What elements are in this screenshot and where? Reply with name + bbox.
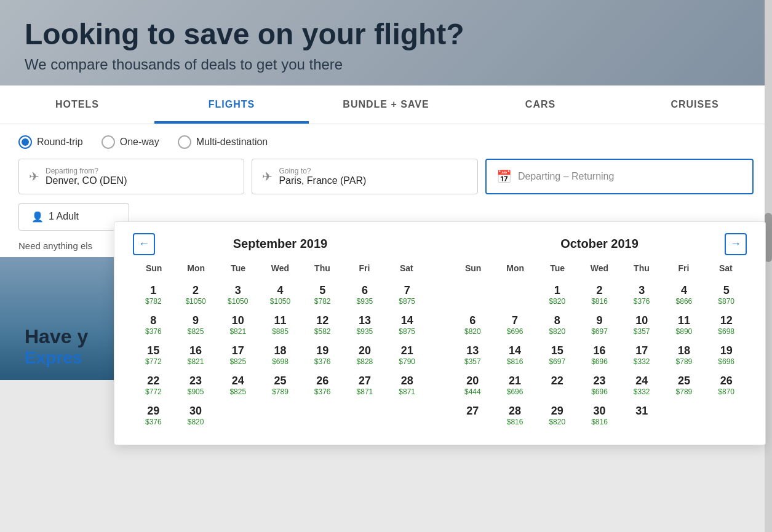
date-input[interactable]: 📅 Departing – Returning — [485, 159, 754, 194]
day-cell[interactable]: 16$696 — [579, 341, 620, 370]
tab-hotels[interactable]: HOTELS — [0, 85, 154, 124]
day-cell[interactable]: 7$696 — [495, 311, 536, 339]
day-cell[interactable]: 7$875 — [386, 280, 428, 309]
day-cell[interactable]: 19$696 — [706, 341, 747, 370]
day-cell[interactable]: 16$821 — [175, 341, 217, 370]
day-cell[interactable]: 9$825 — [175, 311, 217, 339]
day-cell[interactable]: 15$697 — [536, 341, 578, 370]
day-number: 13 — [453, 344, 492, 357]
october-days-grid: 1$8202$8163$3764$8665$8706$8207$6968$820… — [452, 280, 747, 430]
day-cell[interactable]: 27 — [452, 401, 493, 430]
day-cell[interactable]: 1$782 — [133, 280, 174, 309]
day-cell[interactable]: 1$820 — [536, 280, 578, 309]
day-cell[interactable]: 4$1050 — [260, 280, 301, 309]
day-cell[interactable]: 20$828 — [344, 341, 386, 370]
round-trip-option[interactable]: Round-trip — [18, 135, 83, 149]
departing-input[interactable]: ✈ Departing from? Denver, CO (DEN) — [18, 159, 244, 194]
day-cell[interactable]: 8$820 — [536, 311, 578, 339]
passengers-input[interactable]: 👤 1 Adult — [18, 203, 129, 231]
day-cell[interactable]: 27$871 — [344, 371, 386, 400]
day-price: $582 — [303, 327, 342, 336]
day-price: $789 — [261, 387, 300, 396]
day-cell[interactable]: 31 — [621, 401, 663, 430]
day-cell[interactable]: 19$376 — [302, 341, 343, 370]
day-number: 15 — [134, 344, 173, 357]
day-cell[interactable]: 26$376 — [302, 371, 343, 400]
day-price: $357 — [623, 327, 661, 336]
one-way-radio[interactable] — [101, 135, 115, 149]
day-number: 19 — [707, 344, 746, 357]
day-price: $825 — [177, 327, 215, 336]
day-cell[interactable]: 11$890 — [664, 311, 705, 339]
day-cell[interactable]: 6$820 — [452, 311, 493, 339]
day-cell[interactable]: 22$772 — [133, 371, 174, 400]
day-cell[interactable]: 21$696 — [495, 371, 536, 400]
day-cell[interactable]: 3$376 — [621, 280, 663, 309]
day-cell[interactable]: 5$870 — [706, 280, 747, 309]
day-cell[interactable]: 14$875 — [386, 311, 428, 339]
day-price: $821 — [177, 357, 215, 366]
day-cell[interactable]: 17$825 — [217, 341, 258, 370]
tab-cruises[interactable]: CRUISES — [618, 85, 772, 124]
day-cell[interactable]: 22 — [536, 371, 578, 400]
day-cell[interactable]: 23$905 — [175, 371, 217, 400]
day-number: 29 — [134, 405, 173, 418]
one-way-option[interactable]: One-way — [101, 135, 159, 149]
day-cell[interactable]: 24$332 — [621, 371, 663, 400]
day-cell[interactable]: 28$816 — [495, 401, 536, 430]
day-cell[interactable]: 4$866 — [664, 280, 705, 309]
day-cell[interactable]: 15$772 — [133, 341, 174, 370]
day-cell[interactable]: 2$1050 — [175, 280, 217, 309]
day-cell[interactable]: 9$697 — [579, 311, 620, 339]
multi-destination-radio[interactable] — [178, 135, 191, 149]
day-cell[interactable]: 12$582 — [302, 311, 343, 339]
day-cell[interactable]: 28$871 — [386, 371, 428, 400]
day-cell[interactable]: 24$825 — [217, 371, 258, 400]
day-number: 24 — [218, 375, 257, 387]
day-cell[interactable]: 29$376 — [133, 401, 174, 430]
day-cell[interactable]: 25$789 — [260, 371, 301, 400]
day-cell[interactable]: 3$1050 — [217, 280, 258, 309]
day-cell[interactable]: 29$820 — [536, 401, 578, 430]
day-cell[interactable]: 10$357 — [621, 311, 663, 339]
tab-flights[interactable]: FLIGHTS — [154, 85, 309, 124]
day-cell[interactable]: 30$820 — [175, 401, 217, 430]
nav-tabs: HOTELS FLIGHTS BUNDLE + SAVE CARS CRUISE… — [0, 85, 772, 124]
day-cell[interactable]: 14$816 — [495, 341, 536, 370]
person-icon: 👤 — [31, 211, 44, 223]
day-number: 6 — [453, 314, 492, 327]
day-cell[interactable]: 20$444 — [452, 371, 493, 400]
day-price: $820 — [453, 327, 492, 336]
day-price: $782 — [303, 297, 342, 306]
going-to-input[interactable]: ✈ Going to? Paris, France (PAR) — [252, 159, 477, 194]
day-cell[interactable]: 12$698 — [706, 311, 747, 339]
day-cell[interactable]: 18$789 — [664, 341, 705, 370]
day-number: 21 — [496, 375, 535, 387]
tab-cars[interactable]: CARS — [463, 85, 618, 124]
round-trip-radio[interactable] — [18, 135, 32, 149]
day-cell[interactable]: 17$332 — [621, 341, 663, 370]
day-cell[interactable]: 30$816 — [579, 401, 620, 430]
day-number: 19 — [303, 344, 342, 357]
day-cell[interactable]: 10$821 — [217, 311, 258, 339]
day-cell[interactable]: 18$698 — [260, 341, 301, 370]
day-cell[interactable]: 21$790 — [386, 341, 428, 370]
day-cell[interactable]: 26$870 — [706, 371, 747, 400]
prev-month-button[interactable]: ← — [133, 233, 155, 255]
tab-bundle-save[interactable]: BUNDLE + SAVE — [309, 85, 463, 124]
day-cell[interactable]: 11$885 — [260, 311, 301, 339]
next-month-button[interactable]: → — [725, 233, 747, 255]
oct-fri-header: Fri — [663, 261, 704, 276]
day-cell[interactable]: 25$789 — [664, 371, 705, 400]
day-cell[interactable]: 8$376 — [133, 311, 174, 339]
day-cell[interactable]: 13$935 — [344, 311, 386, 339]
day-cell[interactable]: 6$935 — [344, 280, 386, 309]
multi-destination-option[interactable]: Multi-destination — [178, 135, 268, 149]
day-price: $816 — [580, 418, 619, 426]
day-cell[interactable]: 2$816 — [579, 280, 620, 309]
day-cell[interactable]: 13$357 — [452, 341, 493, 370]
day-cell[interactable]: 5$782 — [302, 280, 343, 309]
day-number: 7 — [496, 314, 535, 327]
day-cell[interactable]: 23$696 — [579, 371, 620, 400]
day-number: 2 — [580, 284, 619, 297]
